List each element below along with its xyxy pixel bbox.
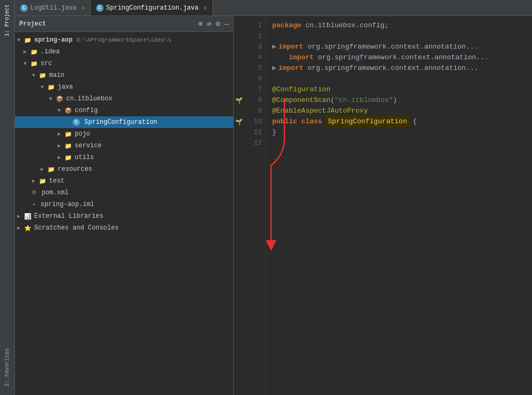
tree-cn-itbluebox[interactable]: ▼ 📦 cn.itbluebox (15, 93, 233, 105)
gutter-4 (234, 52, 244, 63)
tab-logutil-close[interactable]: ✕ (81, 4, 85, 11)
code-line-7: @Configuration (272, 84, 526, 95)
gutter-1 (234, 20, 244, 31)
project-panel: Project ⊕ ⇄ ⚙ — ▼ 📁 spring-aop D:\AProgr… (15, 16, 234, 395)
tree-src[interactable]: ▼ 📁 src (15, 58, 233, 69)
tree-pom[interactable]: m pom.xml (15, 187, 233, 199)
tree-idea[interactable]: ▶ 📁 .idea (15, 46, 233, 58)
line-numbers: 1 2 3 4 5 6 7 8 9 10 11 12 (244, 16, 266, 395)
tab-logutil-label: LogUtil.java (30, 4, 76, 12)
code-line-3: ▶import org.springframework.context.anno… (272, 42, 526, 52)
content-area: Project ⊕ ⇄ ⚙ — ▼ 📁 spring-aop D:\AProgr… (15, 16, 532, 395)
gutter-6 (234, 74, 244, 84)
tree-root[interactable]: ▼ 📁 spring-aop D:\AProgramWorkSpace\idea… (15, 34, 233, 46)
code-content[interactable]: package cn.itbluebox.config; ▶import org… (266, 16, 532, 395)
project-title: Project (19, 20, 46, 28)
tree-resources[interactable]: ▶ 📁 resources (15, 163, 233, 175)
gutter-10[interactable]: 🌱 (234, 116, 244, 127)
code-line-2 (272, 31, 526, 42)
gutter-2 (234, 31, 244, 42)
toolbar-gear-icon[interactable]: ⚙ (216, 19, 220, 28)
tree-service[interactable]: ▶ 📁 service (15, 140, 233, 152)
left-sidebar: 1: Project 2: Favorites (0, 0, 15, 395)
tree-pojo[interactable]: ▶ 📁 pojo (15, 128, 233, 140)
code-line-10: public class SpringConfiguration { (272, 116, 526, 127)
favorites-sidebar-label[interactable]: 2: Favorites (4, 344, 10, 391)
tree-ext-lib[interactable]: ▶ 📊 External Libraries (15, 210, 233, 222)
springconfig-icon: C (96, 4, 104, 12)
toolbar-nav-icon[interactable]: ⇄ (207, 19, 211, 28)
gutter-5 (234, 63, 244, 74)
tab-springconfig-label: SpringConfiguration.java (106, 4, 198, 12)
tree-test[interactable]: ▶ 📁 test (15, 175, 233, 187)
tree-springconfig[interactable]: C SpringConfiguration (15, 116, 233, 128)
tree-java[interactable]: ▼ 📁 java (15, 81, 233, 93)
gutter-12 (234, 138, 244, 148)
toolbar-add-icon[interactable]: ⊕ (198, 19, 202, 28)
file-tree: ▼ 📁 spring-aop D:\AProgramWorkSpace\idea… (15, 32, 233, 395)
gutter-8[interactable]: 🌱 (234, 95, 244, 106)
tree-scratches[interactable]: ▶ ⭐ Scratches and Consoles (15, 222, 233, 234)
code-editor[interactable]: 🌱 🌱 1 2 3 4 5 6 7 8 9 10 11 12 (234, 16, 532, 395)
gutter-7 (234, 84, 244, 95)
tab-springconfig[interactable]: C SpringConfiguration.java ✕ (91, 0, 212, 15)
code-line-6 (272, 74, 526, 84)
code-line-1: package cn.itbluebox.config; (272, 20, 526, 31)
code-line-8: @ComponentScan("cn.itbluebox") (272, 95, 526, 106)
tree-utils[interactable]: ▶ 📁 utils (15, 152, 233, 163)
code-line-4: import org.springframework.context.annot… (272, 52, 526, 63)
gutter-icons: 🌱 🌱 (234, 16, 244, 395)
logutil-icon: C (20, 4, 28, 12)
code-line-11: } (272, 127, 526, 138)
tree-config[interactable]: ▼ 📦 config (15, 105, 233, 116)
code-line-9: @EnableAspectJAutoProxy (272, 106, 526, 116)
tab-springconfig-close[interactable]: ✕ (203, 4, 207, 11)
tree-iml[interactable]: ▪ spring-aop.iml (15, 199, 233, 210)
gutter-11 (234, 127, 244, 138)
toolbar-minus-icon[interactable]: — (225, 20, 229, 28)
tab-bar: C LogUtil.java ✕ C SpringConfiguration.j… (15, 0, 532, 16)
tab-logutil[interactable]: C LogUtil.java ✕ (15, 0, 91, 15)
code-line-12 (272, 138, 526, 148)
project-toolbar: Project ⊕ ⇄ ⚙ — (15, 16, 233, 32)
main-content: C LogUtil.java ✕ C SpringConfiguration.j… (15, 0, 532, 395)
project-sidebar-label[interactable]: 1: Project (4, 0, 10, 41)
gutter-3 (234, 42, 244, 52)
code-line-5: ▶import org.springframework.context.anno… (272, 63, 526, 74)
tree-main[interactable]: ▼ 📁 main (15, 69, 233, 81)
gutter-9 (234, 106, 244, 116)
